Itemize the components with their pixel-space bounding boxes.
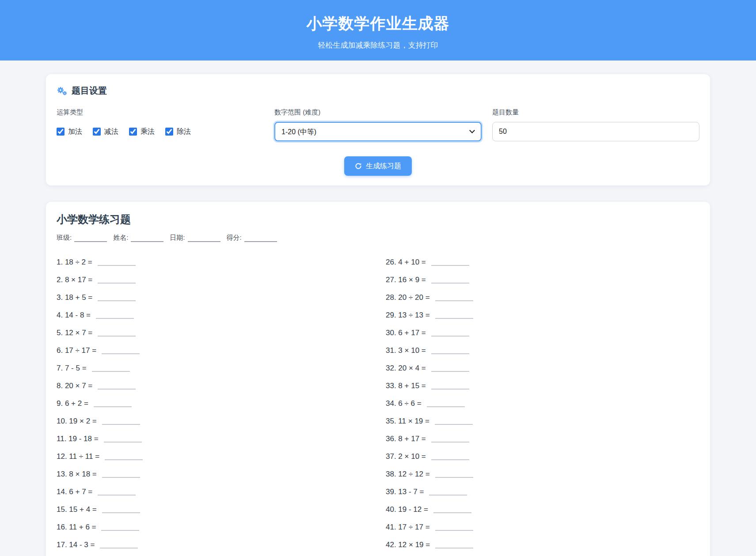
problem-row: 33. 8 + 15 = (386, 377, 699, 395)
problem-text: 5. 12 × 7 = (57, 329, 92, 337)
settings-title-text: 题目设置 (72, 85, 107, 97)
problem-text: 12. 11 ÷ 11 = (57, 452, 99, 461)
generate-button-label: 生成练习题 (366, 162, 401, 171)
answer-blank (435, 471, 473, 478)
problem-row: 10. 19 × 2 = (57, 412, 386, 430)
number-range-label: 数字范围 (难度) (274, 108, 482, 117)
problem-row: 1. 18 ÷ 2 = (57, 253, 386, 271)
operation-checkbox-input[interactable] (57, 128, 65, 136)
answer-blank (435, 418, 473, 425)
date-blank (188, 236, 220, 242)
answer-blank (96, 312, 134, 319)
problem-text: 6. 17 ÷ 17 = (57, 346, 96, 355)
settings-fields: 运算类型 加法 减法 (57, 108, 699, 141)
operation-checkbox-group: 加法 减法 乘法 (57, 122, 264, 141)
problem-row: 5. 12 × 7 = (57, 324, 386, 342)
problem-text: 31. 3 × 10 = (386, 346, 426, 355)
answer-blank (435, 294, 473, 301)
answer-blank (431, 259, 469, 266)
problem-text: 11. 19 - 18 = (57, 435, 99, 443)
operation-checkbox-label: 加法 (68, 127, 82, 136)
problem-text: 16. 11 + 6 = (57, 523, 96, 532)
problem-row: 42. 12 × 19 = (386, 536, 699, 554)
operation-checkbox[interactable]: 减法 (93, 127, 118, 136)
worksheet-meta: 班级: 姓名: 日期: 得分: (57, 234, 699, 242)
problem-row: 4. 14 - 8 = (57, 306, 386, 324)
name-field: 姓名: (113, 234, 163, 242)
answer-blank (429, 488, 467, 495)
problem-text: 27. 16 × 9 = (386, 276, 426, 284)
problem-text: 7. 7 - 5 = (57, 364, 87, 373)
date-label: 日期: (170, 234, 185, 242)
problem-row: 35. 11 × 19 = (386, 412, 699, 430)
operation-checkbox[interactable]: 除法 (165, 127, 191, 136)
problem-text: 41. 17 ÷ 17 = (386, 523, 430, 532)
problem-text: 40. 19 - 12 = (386, 505, 428, 514)
problem-row: 39. 13 - 7 = (386, 483, 699, 501)
answer-blank (98, 294, 136, 301)
problem-row: 12. 11 ÷ 11 = (57, 448, 386, 465)
problem-text: 34. 6 ÷ 6 = (386, 399, 422, 408)
number-range-select[interactable]: 1-20 (中等) (274, 122, 482, 141)
operation-checkbox-label: 乘法 (141, 127, 155, 136)
problem-text: 8. 20 × 7 = (57, 382, 92, 390)
problem-row: 11. 19 - 18 = (57, 430, 386, 448)
app-header: 小学数学作业生成器 轻松生成加减乘除练习题，支持打印 (0, 0, 756, 61)
problem-row: 28. 20 ÷ 20 = (386, 289, 699, 306)
answer-blank (431, 453, 469, 460)
worksheet-title: 小学数学练习题 (57, 212, 699, 227)
number-range-select-wrap: 1-20 (中等) (274, 122, 482, 141)
score-blank (244, 236, 277, 242)
date-field: 日期: (170, 234, 220, 242)
problem-text: 39. 13 - 7 = (386, 488, 424, 496)
operation-checkbox-input[interactable] (165, 128, 173, 136)
answer-blank (431, 382, 469, 390)
problem-text: 29. 13 ÷ 13 = (386, 311, 430, 320)
problem-row: 14. 6 + 7 = (57, 483, 386, 501)
answer-blank (92, 365, 130, 372)
operation-checkbox-input[interactable] (129, 128, 137, 136)
problem-row: 3. 18 + 5 = (57, 289, 386, 306)
answer-blank (431, 276, 469, 284)
operation-type-field: 运算类型 加法 减法 (57, 108, 264, 141)
problem-row: 30. 6 + 17 = (386, 324, 699, 342)
problem-text: 33. 8 + 15 = (386, 382, 426, 390)
problem-text: 1. 18 ÷ 2 = (57, 258, 92, 267)
number-range-field: 数字范围 (难度) 1-20 (中等) (274, 108, 482, 141)
operation-checkbox-label: 除法 (177, 127, 191, 136)
score-label: 得分: (227, 234, 242, 242)
problem-row: 26. 4 + 10 = (386, 253, 699, 271)
problems-grid: 1. 18 ÷ 2 = 2. 8 × 17 = 3. 18 + 5 = (57, 253, 699, 554)
answer-blank (98, 382, 136, 390)
answer-blank (435, 524, 473, 531)
problem-text: 42. 12 × 19 = (386, 541, 430, 549)
operation-checkbox[interactable]: 加法 (57, 127, 82, 136)
settings-section-title: 题目设置 (57, 85, 699, 97)
question-count-field: 题目数量 (492, 108, 699, 141)
problem-row: 32. 20 × 4 = (386, 359, 699, 377)
answer-blank (98, 488, 136, 495)
problem-text: 37. 2 × 10 = (386, 452, 426, 461)
operation-checkbox-input[interactable] (93, 128, 101, 136)
answer-blank (98, 329, 136, 337)
worksheet-card: 小学数学练习题 班级: 姓名: 日期: 得分: (46, 202, 710, 556)
answer-blank (433, 506, 471, 513)
problem-row: 40. 19 - 12 = (386, 501, 699, 518)
operation-checkbox[interactable]: 乘法 (129, 127, 155, 136)
problem-text: 17. 14 - 3 = (57, 541, 95, 549)
problem-row: 29. 13 ÷ 13 = (386, 306, 699, 324)
answer-blank (431, 435, 469, 443)
problem-text: 3. 18 + 5 = (57, 293, 92, 302)
content-container: 题目设置 运算类型 加法 减法 (46, 74, 710, 556)
generate-button[interactable]: 生成练习题 (344, 156, 412, 176)
button-row: 生成练习题 (57, 156, 699, 176)
answer-blank (431, 329, 469, 337)
problem-row: 31. 3 × 10 = (386, 342, 699, 359)
problem-text: 2. 8 × 17 = (57, 276, 92, 284)
answer-blank (427, 400, 465, 407)
answer-blank (98, 276, 136, 284)
question-count-input[interactable] (492, 122, 699, 141)
settings-card: 题目设置 运算类型 加法 减法 (46, 74, 710, 185)
problem-text: 13. 8 × 18 = (57, 470, 97, 479)
problem-text: 36. 8 + 17 = (386, 435, 426, 443)
